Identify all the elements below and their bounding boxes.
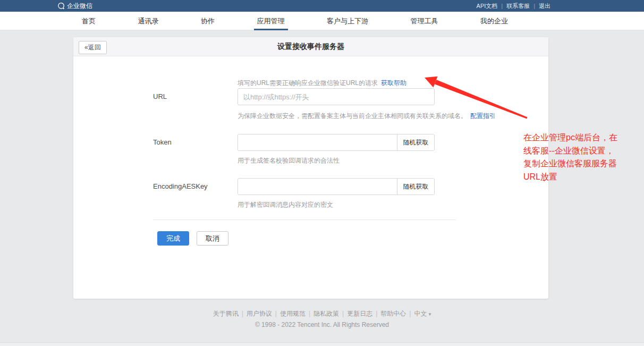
nav-customers[interactable]: 客户与上下游: [325, 12, 370, 30]
footer-privacy-link[interactable]: 隐私政策: [313, 310, 339, 317]
chat-bubble-icon: [57, 2, 65, 10]
aeskey-label: EncodingAESKey: [153, 182, 208, 190]
confirm-button[interactable]: 完成: [157, 231, 189, 246]
card-header: «返回 设置接收事件服务器: [73, 37, 548, 56]
page: { "topbar": { "logo_text": "企业微信", "link…: [0, 0, 644, 346]
annotation-line: 复制企业微信客服服务器: [523, 157, 644, 171]
url-label: URL: [153, 92, 167, 100]
annotation-line: URL放置: [523, 171, 644, 184]
nav-items: 首页 通讯录 协作 应用管理 客户与上下游 管理工具 我的企业: [80, 12, 510, 30]
separator: |: [501, 3, 503, 9]
separator: |: [533, 3, 535, 9]
language-selector[interactable]: 中文 ▾: [414, 310, 431, 317]
nav-label: 通讯录: [138, 16, 159, 26]
separator: |: [342, 310, 344, 317]
nav-label: 协作: [201, 16, 215, 26]
separator: |: [275, 310, 277, 317]
annotation-line: 在企业管理pc端后台，在: [523, 131, 644, 145]
nav-app-management[interactable]: 应用管理: [255, 12, 287, 30]
bottom-strip: [0, 342, 644, 346]
separator: |: [409, 310, 411, 317]
copyright-text: © 1998 - 2022 Tencent Inc. All Rights Re…: [0, 321, 644, 328]
page-title: 设置接收事件服务器: [277, 42, 344, 52]
url-tip-above-text: 填写的URL需要正确响应企业微信验证URL的请求: [238, 79, 378, 87]
contact-support-link[interactable]: 联系客服: [506, 2, 530, 10]
nav-label: 我的企业: [480, 16, 508, 26]
cancel-button[interactable]: 取消: [197, 231, 228, 246]
nav-admin-tools[interactable]: 管理工具: [409, 12, 440, 30]
nav-label: 首页: [82, 16, 96, 26]
main-nav: 首页 通讯录 协作 应用管理 客户与上下游 管理工具 我的企业: [0, 12, 644, 30]
footer-changelog-link[interactable]: 更新日志: [347, 310, 372, 317]
wework-logo: 企业微信: [57, 2, 92, 11]
back-button[interactable]: «返回: [79, 41, 107, 54]
annotation-line: 线客服--企业微信设置，: [523, 145, 644, 158]
url-tip-below: 为保障企业数据安全，需配置备案主体与当前企业主体相同或有关联关系的域名。配置指引: [238, 112, 496, 121]
settings-card: «返回 设置接收事件服务器 填写的URL需要正确响应企业微信验证URL的请求获取…: [73, 37, 548, 299]
chevron-down-icon: ▾: [429, 311, 431, 317]
topbar-links: API文档 | 联系客服 | 退出: [477, 0, 550, 12]
separator: |: [376, 310, 377, 317]
nav-contacts[interactable]: 通讯录: [136, 12, 161, 30]
nav-label: 管理工具: [411, 16, 438, 26]
footer: 关于腾讯|用户协议|使用规范|隐私政策|更新日志|帮助中心|中文 ▾ © 199…: [0, 309, 644, 328]
form-divider: [153, 220, 456, 220]
logo-text: 企业微信: [67, 2, 92, 11]
config-guide-link[interactable]: 配置指引: [470, 112, 496, 120]
url-input[interactable]: [238, 88, 435, 105]
token-tip: 用于生成签名校验回调请求的合法性: [238, 156, 340, 165]
url-tip-above: 填写的URL需要正确响应企业微信验证URL的请求获取帮助: [238, 79, 406, 88]
nav-collaboration[interactable]: 协作: [199, 12, 217, 30]
token-input-group: 随机获取: [238, 134, 435, 151]
api-docs-link[interactable]: API文档: [477, 2, 498, 10]
token-label: Token: [153, 138, 172, 146]
separator: |: [242, 310, 243, 317]
server-config-form: 填写的URL需要正确响应企业微信验证URL的请求获取帮助 URL 为保障企业数据…: [73, 56, 548, 299]
url-tip-below-text: 为保障企业数据安全，需配置备案主体与当前企业主体相同或有关联关系的域名。: [238, 112, 467, 120]
footer-rules-link[interactable]: 使用规范: [280, 310, 306, 317]
nav-my-company[interactable]: 我的企业: [478, 12, 510, 30]
footer-about-link[interactable]: 关于腾讯: [213, 310, 239, 317]
footer-links: 关于腾讯|用户协议|使用规范|隐私政策|更新日志|帮助中心|中文 ▾: [0, 309, 644, 318]
nav-label: 客户与上下游: [327, 16, 368, 26]
token-input[interactable]: [238, 134, 397, 150]
separator: |: [309, 310, 310, 317]
footer-agreement-link[interactable]: 用户协议: [247, 310, 272, 317]
language-label: 中文: [414, 310, 427, 317]
token-random-button[interactable]: 随机获取: [397, 134, 434, 150]
aeskey-input-group: 随机获取: [238, 178, 435, 195]
nav-home[interactable]: 首页: [80, 12, 98, 30]
get-help-link[interactable]: 获取帮助: [381, 79, 406, 87]
red-annotation-note: 在企业管理pc端后台，在 线客服--企业微信设置， 复制企业微信客服服务器 UR…: [523, 131, 644, 183]
topbar: 企业微信 API文档 | 联系客服 | 退出: [0, 0, 644, 12]
logout-link[interactable]: 退出: [539, 2, 550, 10]
aeskey-input[interactable]: [238, 179, 397, 195]
footer-help-link[interactable]: 帮助中心: [380, 310, 406, 317]
aeskey-random-button[interactable]: 随机获取: [397, 179, 434, 195]
nav-label: 应用管理: [257, 16, 285, 26]
aeskey-tip: 用于解密回调消息内容对应的密文: [238, 200, 333, 209]
